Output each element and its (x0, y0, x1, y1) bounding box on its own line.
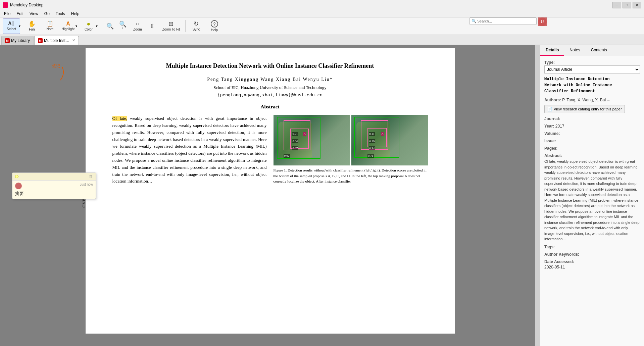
panel-tab-contents[interactable]: Contents (586, 45, 612, 56)
tool-fan-label: Fan (29, 28, 35, 31)
menu-edit[interactable]: Edit (14, 11, 26, 17)
panel-content: Type: Journal Article Conference Paper B… (540, 56, 644, 346)
fig-images: 0.21 A 0.04 0.07 0.02 (274, 115, 428, 165)
bbox-green-1 (277, 117, 320, 159)
paper-left-column: Of late, weakly supervised object detect… (112, 115, 267, 185)
paper-body: Of late, weakly supervised object detect… (112, 115, 428, 185)
authors-field: Authors: P. Tang, X. Wang, X. Bai ··· (544, 98, 640, 102)
select-dropdown-arrow[interactable]: ▼ (18, 24, 21, 28)
tool-select[interactable]: A| Select (3, 18, 20, 34)
tool-select-label: Select (7, 27, 16, 31)
restore-button[interactable]: □ (623, 2, 631, 8)
main-area: 笔记 颜色 点击打开笔记列表 CVPR 1 Apr 2017 Multiple … (0, 45, 644, 346)
tool-zoom-in[interactable]: 🔍 + (117, 18, 129, 34)
issue-field: Issue: (544, 139, 640, 143)
tags-field: Tags: (544, 245, 640, 249)
minimize-button[interactable]: ─ (612, 2, 621, 8)
abstract-title: Abstract (112, 104, 428, 110)
tool-zoom-to-fit[interactable]: ⊞ Zoom To Fit (159, 18, 183, 34)
score-0.21: 0.21 (292, 132, 299, 136)
volume-label: Volume: (544, 131, 560, 136)
toolbar: A| Select ▼ ✋ Fan 📋 Note A Highlight ▼ ●… (0, 17, 644, 35)
catalog-button[interactable]: 📄 View research catalog entry for this p… (544, 105, 625, 113)
note-popup-header: 🗑 (12, 173, 96, 181)
catalog-icon: 📄 (547, 107, 552, 111)
paper-tab-icon: M (38, 38, 43, 43)
tool-highlight[interactable]: A Highlight (59, 18, 77, 34)
user-avatar: U (538, 17, 547, 26)
tab-paper[interactable]: M Multiple Inst… ✕ (34, 36, 79, 45)
score-0.04: 0.04 (292, 139, 299, 143)
date-accessed-field: Date Accessed: 2020-05-11 (544, 259, 640, 269)
panel-tab-details[interactable]: Details (540, 45, 564, 56)
tool-zoom-out[interactable]: 🔍 (104, 18, 116, 34)
menu-go[interactable]: Go (42, 11, 52, 17)
sync-icon: ↻ (194, 21, 199, 27)
tool-zoom-label: Zoom (133, 28, 142, 31)
app-title-text: Mendeley Desktop (10, 3, 43, 7)
pages-field: Pages: (544, 146, 640, 151)
note-content[interactable]: 摘要 (15, 191, 93, 197)
pdf-scrollbar[interactable] (535, 45, 540, 346)
abstract-label: Abstract: (544, 153, 640, 158)
color-dropdown-arrow[interactable]: ▼ (95, 24, 98, 28)
tab-close-button[interactable]: ✕ (72, 38, 75, 43)
tags-label: Tags: (544, 245, 555, 249)
tabbar: M My Library M Multiple Inst… ✕ (0, 35, 644, 45)
abstract-field: Abstract: Of late, weakly supervised obj… (544, 153, 640, 242)
close-button[interactable]: ✕ (633, 2, 641, 8)
tool-fan[interactable]: ✋ Fan (23, 18, 41, 34)
authors-value: P. Tang, X. Wang, X. Bai ··· (562, 98, 610, 102)
pdf-page: CVPR 1 Apr 2017 Multiple Instance Detect… (86, 48, 455, 334)
separator1 (102, 20, 102, 32)
score-A-right: A (381, 132, 385, 136)
bbox-green-2 (354, 117, 399, 158)
paper-email: {pengtang,xgwang,xbai,liuwy}@hust.edu.cn (112, 92, 428, 97)
menu-file[interactable]: File (1, 11, 13, 17)
menu-help[interactable]: Help (68, 11, 82, 17)
abstract-panel-text: Of late, weakly supervised object detect… (544, 159, 640, 242)
figure-caption: Figure 1. Detection results without/with… (274, 167, 428, 184)
tool-note[interactable]: 📋 Note (41, 18, 59, 34)
tool-sync[interactable]: ↻ Sync (188, 18, 205, 34)
volume-field: Volume: (544, 131, 640, 136)
year-value: 2017 (555, 124, 564, 129)
pdf-area[interactable]: 笔记 颜色 点击打开笔记列表 CVPR 1 Apr 2017 Multiple … (0, 45, 540, 346)
menu-view[interactable]: View (27, 11, 41, 17)
paper-title: Multiple Instance Detection Network with… (112, 62, 428, 70)
select-icon: A| (8, 21, 14, 27)
paper-right-column: 0.21 A 0.04 0.07 0.02 (274, 115, 428, 185)
highlight-icon: A (66, 21, 70, 27)
tool-zoom-fit-height[interactable]: ⇳ (146, 18, 158, 34)
journal-field: Journal: (544, 116, 640, 121)
window-controls: ─ □ ✕ (612, 2, 641, 8)
tool-zoom-fit-width[interactable]: ↔ Zoom (130, 18, 146, 34)
note-annotation-cn: 笔记 (52, 63, 60, 69)
tool-note-label: Note (46, 27, 53, 31)
tool-color[interactable]: ● Color (80, 18, 97, 34)
note-time: Just now (80, 183, 93, 189)
menu-tools[interactable]: Tools (53, 11, 68, 17)
date-accessed-value: 2020-05-11 (544, 265, 640, 269)
paper-authors: Peng Tang Xinggang Wang Xiang Bai Wenyu … (112, 77, 428, 82)
tab-library[interactable]: M My Library (1, 36, 34, 45)
search-input[interactable] (469, 17, 537, 25)
search-icon: 🔍 (472, 19, 477, 23)
note-arrow-svg (59, 63, 79, 84)
note-user (15, 183, 23, 189)
panel-tab-notes[interactable]: Notes (564, 45, 585, 56)
score-0.11: 0.11 (369, 132, 375, 136)
tool-sync-label: Sync (193, 28, 200, 31)
fit-height-icon: ⇳ (150, 23, 155, 29)
type-select[interactable]: Journal Article Conference Paper Book Se… (544, 65, 640, 73)
help-icon: ? (211, 20, 218, 28)
note-popup-body: Just now 摘要 (12, 181, 96, 199)
tool-help[interactable]: ? Help (206, 18, 223, 34)
highlight-dropdown-arrow[interactable]: ▼ (75, 24, 78, 28)
figure-area: 0.21 A 0.04 0.07 0.02 (274, 115, 428, 184)
delete-note-icon[interactable]: 🗑 (89, 174, 93, 179)
author-keywords-label: Author Keywords: (544, 252, 640, 257)
figure-right: 0.11 A 0.19 0.34 0.71 (351, 115, 428, 165)
issue-label: Issue: (544, 139, 556, 143)
highlighted-text: Of late, (112, 116, 127, 121)
